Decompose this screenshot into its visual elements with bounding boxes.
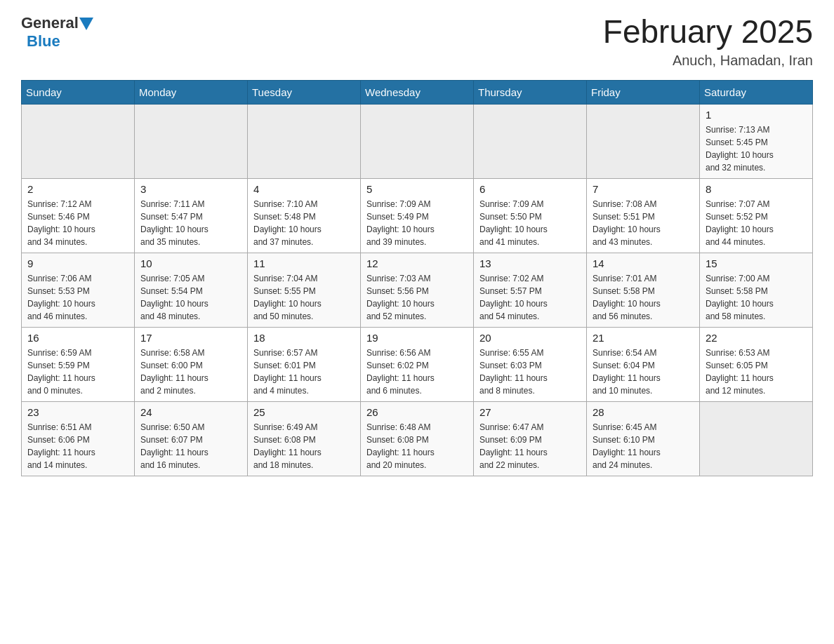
calendar-cell: 16Sunrise: 6:59 AM Sunset: 5:59 PM Dayli… — [22, 327, 135, 401]
day-number: 8 — [706, 183, 807, 195]
calendar-cell: 4Sunrise: 7:10 AM Sunset: 5:48 PM Daylig… — [248, 178, 361, 253]
day-info: Sunrise: 6:58 AM Sunset: 6:00 PM Dayligh… — [140, 347, 241, 397]
col-friday: Friday — [587, 80, 700, 104]
calendar-cell: 10Sunrise: 7:05 AM Sunset: 5:54 PM Dayli… — [135, 253, 248, 327]
day-info: Sunrise: 6:53 AM Sunset: 6:05 PM Dayligh… — [706, 347, 807, 397]
day-number: 18 — [253, 332, 355, 344]
calendar-cell — [22, 104, 135, 178]
calendar-week-4: 16Sunrise: 6:59 AM Sunset: 5:59 PM Dayli… — [22, 327, 813, 401]
calendar-cell — [248, 104, 361, 178]
calendar-week-5: 23Sunrise: 6:51 AM Sunset: 6:06 PM Dayli… — [22, 401, 813, 476]
day-info: Sunrise: 7:09 AM Sunset: 5:49 PM Dayligh… — [366, 198, 468, 248]
day-info: Sunrise: 7:03 AM Sunset: 5:56 PM Dayligh… — [366, 272, 468, 323]
calendar-cell: 14Sunrise: 7:01 AM Sunset: 5:58 PM Dayli… — [587, 253, 700, 327]
calendar-cell — [474, 104, 587, 178]
day-info: Sunrise: 6:50 AM Sunset: 6:07 PM Dayligh… — [140, 421, 241, 471]
day-number: 3 — [140, 183, 241, 195]
day-info: Sunrise: 7:04 AM Sunset: 5:55 PM Dayligh… — [253, 272, 355, 323]
day-number: 9 — [27, 257, 128, 269]
day-number: 28 — [593, 406, 694, 418]
calendar-cell: 13Sunrise: 7:02 AM Sunset: 5:57 PM Dayli… — [474, 253, 587, 327]
day-number: 21 — [593, 332, 694, 344]
col-saturday: Saturday — [700, 80, 813, 104]
day-info: Sunrise: 7:09 AM Sunset: 5:50 PM Dayligh… — [479, 198, 581, 248]
day-number: 19 — [366, 332, 468, 344]
day-info: Sunrise: 6:54 AM Sunset: 6:04 PM Dayligh… — [593, 347, 694, 397]
calendar-table: Sunday Monday Tuesday Wednesday Thursday… — [21, 80, 813, 476]
day-info: Sunrise: 6:48 AM Sunset: 6:08 PM Dayligh… — [366, 421, 468, 471]
day-info: Sunrise: 6:59 AM Sunset: 5:59 PM Dayligh… — [27, 347, 128, 397]
day-number: 25 — [253, 406, 355, 418]
calendar-cell: 15Sunrise: 7:00 AM Sunset: 5:58 PM Dayli… — [700, 253, 813, 327]
day-info: Sunrise: 7:10 AM Sunset: 5:48 PM Dayligh… — [253, 198, 355, 248]
calendar-cell: 5Sunrise: 7:09 AM Sunset: 5:49 PM Daylig… — [361, 178, 474, 253]
day-info: Sunrise: 6:57 AM Sunset: 6:01 PM Dayligh… — [253, 347, 355, 397]
day-info: Sunrise: 7:06 AM Sunset: 5:53 PM Dayligh… — [27, 272, 128, 323]
day-info: Sunrise: 7:07 AM Sunset: 5:52 PM Dayligh… — [706, 198, 807, 248]
day-info: Sunrise: 6:56 AM Sunset: 6:02 PM Dayligh… — [366, 347, 468, 397]
calendar-header: Sunday Monday Tuesday Wednesday Thursday… — [22, 80, 813, 104]
day-info: Sunrise: 7:08 AM Sunset: 5:51 PM Dayligh… — [593, 198, 694, 248]
day-number: 13 — [479, 257, 581, 269]
calendar-cell: 24Sunrise: 6:50 AM Sunset: 6:07 PM Dayli… — [135, 401, 248, 476]
logo: General Blue — [21, 14, 93, 51]
col-thursday: Thursday — [474, 80, 587, 104]
calendar-cell: 27Sunrise: 6:47 AM Sunset: 6:09 PM Dayli… — [474, 401, 587, 476]
logo-blue-text: Blue — [27, 32, 60, 51]
calendar-cell: 28Sunrise: 6:45 AM Sunset: 6:10 PM Dayli… — [587, 401, 700, 476]
calendar-cell — [700, 401, 813, 476]
day-info: Sunrise: 7:01 AM Sunset: 5:58 PM Dayligh… — [593, 272, 694, 323]
calendar-week-1: 1Sunrise: 7:13 AM Sunset: 5:45 PM Daylig… — [22, 104, 813, 178]
logo-arrow-icon — [79, 18, 93, 30]
calendar-cell: 6Sunrise: 7:09 AM Sunset: 5:50 PM Daylig… — [474, 178, 587, 253]
day-number: 4 — [253, 183, 355, 195]
calendar-cell — [361, 104, 474, 178]
day-info: Sunrise: 6:45 AM Sunset: 6:10 PM Dayligh… — [593, 421, 694, 471]
day-info: Sunrise: 7:05 AM Sunset: 5:54 PM Dayligh… — [140, 272, 241, 323]
calendar-cell: 9Sunrise: 7:06 AM Sunset: 5:53 PM Daylig… — [22, 253, 135, 327]
calendar-cell: 11Sunrise: 7:04 AM Sunset: 5:55 PM Dayli… — [248, 253, 361, 327]
calendar-week-2: 2Sunrise: 7:12 AM Sunset: 5:46 PM Daylig… — [22, 178, 813, 253]
day-number: 7 — [593, 183, 694, 195]
day-info: Sunrise: 6:55 AM Sunset: 6:03 PM Dayligh… — [479, 347, 581, 397]
day-number: 16 — [27, 332, 128, 344]
day-info: Sunrise: 6:49 AM Sunset: 6:08 PM Dayligh… — [253, 421, 355, 471]
calendar-cell: 8Sunrise: 7:07 AM Sunset: 5:52 PM Daylig… — [700, 178, 813, 253]
col-tuesday: Tuesday — [248, 80, 361, 104]
day-number: 23 — [27, 406, 128, 418]
calendar-cell: 18Sunrise: 6:57 AM Sunset: 6:01 PM Dayli… — [248, 327, 361, 401]
day-number: 2 — [27, 183, 128, 195]
calendar-cell: 19Sunrise: 6:56 AM Sunset: 6:02 PM Dayli… — [361, 327, 474, 401]
col-wednesday: Wednesday — [361, 80, 474, 104]
logo-general-text: General — [21, 14, 79, 32]
calendar-cell: 22Sunrise: 6:53 AM Sunset: 6:05 PM Dayli… — [700, 327, 813, 401]
calendar-cell: 7Sunrise: 7:08 AM Sunset: 5:51 PM Daylig… — [587, 178, 700, 253]
calendar-body: 1Sunrise: 7:13 AM Sunset: 5:45 PM Daylig… — [22, 104, 813, 476]
calendar-cell: 17Sunrise: 6:58 AM Sunset: 6:00 PM Dayli… — [135, 327, 248, 401]
day-number: 24 — [140, 406, 241, 418]
days-of-week-row: Sunday Monday Tuesday Wednesday Thursday… — [22, 80, 813, 104]
day-info: Sunrise: 6:51 AM Sunset: 6:06 PM Dayligh… — [27, 421, 128, 471]
calendar-cell: 25Sunrise: 6:49 AM Sunset: 6:08 PM Dayli… — [248, 401, 361, 476]
day-number: 11 — [253, 257, 355, 269]
day-number: 12 — [366, 257, 468, 269]
title-block: February 2025 Anuch, Hamadan, Iran — [603, 14, 813, 69]
day-number: 27 — [479, 406, 581, 418]
day-info: Sunrise: 7:13 AM Sunset: 5:45 PM Dayligh… — [706, 123, 807, 174]
day-number: 26 — [366, 406, 468, 418]
day-number: 14 — [593, 257, 694, 269]
calendar-cell: 12Sunrise: 7:03 AM Sunset: 5:56 PM Dayli… — [361, 253, 474, 327]
col-sunday: Sunday — [22, 80, 135, 104]
day-info: Sunrise: 6:47 AM Sunset: 6:09 PM Dayligh… — [479, 421, 581, 471]
svg-marker-0 — [79, 18, 93, 30]
calendar-cell: 1Sunrise: 7:13 AM Sunset: 5:45 PM Daylig… — [700, 104, 813, 178]
calendar-week-3: 9Sunrise: 7:06 AM Sunset: 5:53 PM Daylig… — [22, 253, 813, 327]
calendar-cell: 20Sunrise: 6:55 AM Sunset: 6:03 PM Dayli… — [474, 327, 587, 401]
calendar-cell — [587, 104, 700, 178]
day-number: 20 — [479, 332, 581, 344]
day-number: 10 — [140, 257, 241, 269]
calendar-cell: 3Sunrise: 7:11 AM Sunset: 5:47 PM Daylig… — [135, 178, 248, 253]
page-header: General Blue February 2025 Anuch, Hamada… — [21, 14, 813, 69]
month-title: February 2025 — [603, 14, 813, 50]
day-number: 15 — [706, 257, 807, 269]
